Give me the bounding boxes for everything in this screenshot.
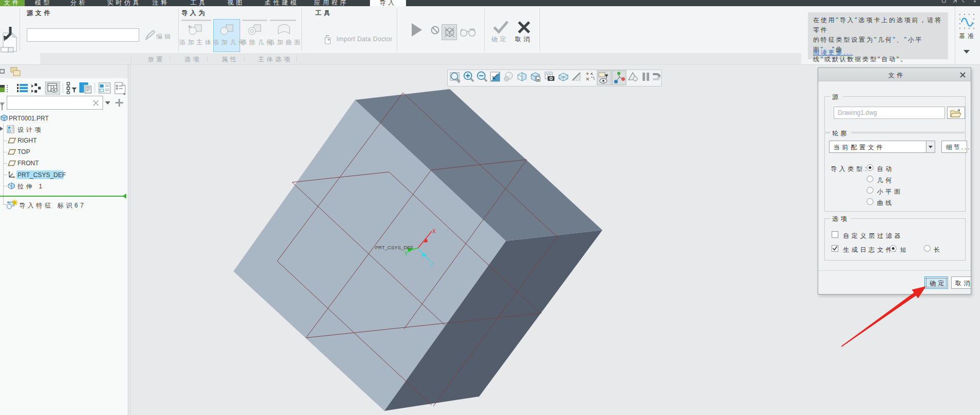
svg-text:X: X — [432, 229, 436, 234]
svg-text:PRT_CSYS_DEF: PRT_CSYS_DEF — [375, 245, 413, 250]
svg-text:Y: Y — [404, 251, 408, 256]
svg-text:Z: Z — [430, 262, 433, 267]
